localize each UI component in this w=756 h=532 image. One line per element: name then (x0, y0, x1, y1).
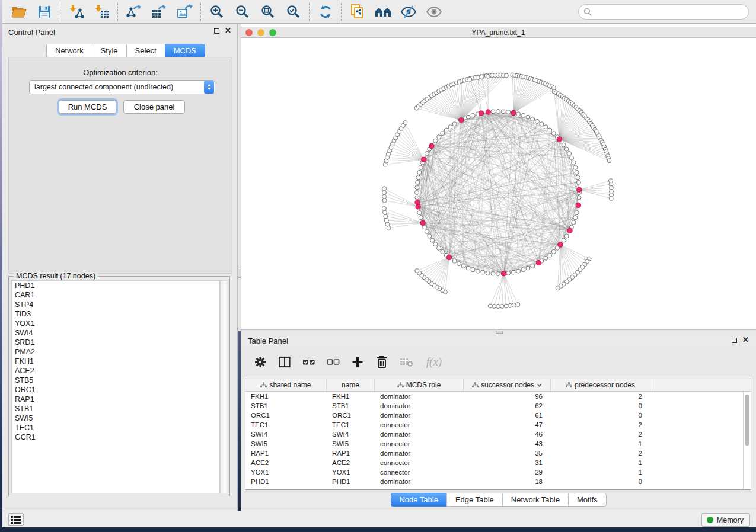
mcds-result-item[interactable]: ACE2 (12, 366, 219, 376)
table-cell[interactable]: SWI5 (245, 439, 327, 448)
table-row[interactable]: PHD1PHD1dominator180 (245, 477, 751, 486)
table-cell[interactable]: SWI4 (245, 430, 327, 439)
tab-network-table[interactable]: Network Table (502, 493, 568, 507)
column-header-successor-nodes[interactable]: successor nodes (464, 379, 551, 391)
table-cell[interactable]: 0 (551, 411, 650, 420)
table-cell[interactable]: 2 (551, 448, 650, 458)
table-cell[interactable]: ACE2 (245, 458, 327, 467)
mcds-result-item[interactable]: CAR1 (12, 290, 219, 300)
table-cell[interactable]: 46 (464, 430, 551, 439)
mcds-result-item[interactable]: YOX1 (12, 319, 219, 328)
memory-button[interactable]: Memory (701, 513, 750, 527)
horizontal-splitter[interactable] (241, 329, 756, 334)
save-session-icon[interactable] (31, 2, 57, 22)
table-cell[interactable]: RAP1 (245, 448, 327, 458)
mcds-result-item[interactable]: SWI4 (12, 328, 219, 338)
tab-style[interactable]: Style (92, 44, 126, 57)
tab-mcds[interactable]: MCDS (165, 44, 205, 57)
mcds-result-item[interactable]: STB1 (12, 404, 219, 414)
table-cell[interactable]: 0 (551, 477, 650, 486)
table-row[interactable]: FKH1FKH1dominator962 (245, 392, 751, 401)
zoom-fit-icon[interactable] (255, 2, 280, 22)
task-history-button[interactable] (8, 513, 24, 526)
mcds-result-item[interactable]: TID3 (12, 309, 219, 319)
import-table-icon[interactable] (89, 2, 114, 22)
table-cell[interactable]: 62 (464, 401, 551, 411)
mcds-result-list[interactable]: PHD1CAR1STP4TID3YOX1SWI4SRD1PMA2FKH1ACE2… (11, 280, 220, 493)
table-cell[interactable]: connector (375, 439, 464, 448)
table-scrollbar[interactable] (743, 392, 751, 489)
import-network-icon[interactable] (63, 2, 89, 22)
table-cell[interactable]: dominator (375, 448, 464, 458)
table-cell[interactable]: 2 (551, 392, 650, 401)
table-cell[interactable]: RAP1 (327, 448, 375, 458)
table-cell[interactable]: 2 (551, 420, 650, 430)
tab-node-table[interactable]: Node Table (390, 493, 446, 507)
mcds-result-item[interactable]: RAP1 (12, 395, 219, 404)
table-row[interactable]: RAP1RAP1dominator352 (245, 448, 751, 458)
open-session-icon[interactable] (6, 2, 31, 22)
export-network-icon[interactable] (121, 2, 146, 22)
table-cell[interactable]: TEC1 (327, 420, 375, 430)
close-panel-icon[interactable]: ✕ (742, 337, 749, 343)
mcds-result-item[interactable]: TEC1 (12, 423, 219, 432)
scrollbar-thumb[interactable] (745, 395, 749, 446)
table-cell[interactable]: SWI4 (327, 430, 375, 439)
criterion-select[interactable]: largest connected component (undirected) (29, 80, 215, 94)
table-cell[interactable]: dominator (375, 411, 464, 420)
show-graphics-details-icon[interactable] (421, 2, 446, 22)
table-options-icon[interactable] (253, 354, 268, 370)
table-cell[interactable]: 0 (551, 401, 650, 411)
mcds-result-item[interactable]: STB5 (12, 376, 219, 385)
table-row[interactable]: TEC1TEC1connector472 (245, 420, 751, 430)
table-cell[interactable]: 2 (551, 430, 650, 439)
table-row[interactable]: YOX1YOX1connector291 (245, 467, 751, 477)
network-canvas[interactable] (241, 37, 756, 329)
table-cell[interactable]: ORC1 (327, 411, 375, 420)
column-header-predecessor-nodes[interactable]: predecessor nodes (551, 379, 650, 391)
table-cell[interactable]: 18 (464, 477, 551, 486)
table-cell[interactable]: STB1 (245, 401, 327, 411)
table-cell[interactable]: STB1 (327, 401, 375, 411)
show-column-icon[interactable] (277, 354, 292, 370)
table-row[interactable]: SWI4SWI4dominator462 (245, 430, 751, 439)
table-row[interactable]: SWI5SWI5connector431 (245, 439, 751, 448)
birds-eye-view-icon[interactable] (370, 2, 395, 22)
table-cell[interactable]: FKH1 (245, 392, 327, 401)
table-cell[interactable]: ORC1 (245, 411, 327, 420)
close-panel-icon[interactable]: ✕ (225, 28, 231, 34)
table-cell[interactable]: 43 (464, 439, 551, 448)
table-cell[interactable]: 35 (464, 448, 551, 458)
table-cell[interactable]: 31 (464, 458, 551, 467)
mcds-result-item[interactable]: PHD1 (12, 281, 219, 290)
table-cell[interactable]: dominator (375, 477, 464, 486)
mcds-result-item[interactable]: FKH1 (12, 357, 219, 366)
zoom-selected-icon[interactable] (280, 2, 306, 22)
table-cell[interactable]: ACE2 (327, 458, 375, 467)
unselect-all-icon[interactable] (326, 354, 341, 370)
tab-network[interactable]: Network (46, 44, 92, 57)
table-row[interactable]: STB1STB1dominator620 (245, 401, 751, 411)
mcds-result-item[interactable]: SRD1 (12, 338, 219, 347)
float-panel-icon[interactable] (214, 28, 219, 34)
table-cell[interactable]: 47 (464, 420, 551, 430)
column-header-MCDS-role[interactable]: MCDS role (375, 379, 464, 391)
add-column-icon[interactable] (350, 354, 365, 370)
column-header-shared-name[interactable]: shared name (245, 379, 327, 391)
mcds-result-item[interactable]: GCR1 (12, 432, 219, 442)
table-cell[interactable]: 1 (551, 467, 650, 477)
export-table-icon[interactable] (146, 2, 172, 22)
table-cell[interactable]: connector (375, 458, 464, 467)
hide-graphics-details-icon[interactable] (395, 2, 421, 22)
close-panel-button[interactable]: Close panel (123, 100, 185, 114)
table-cell[interactable]: YOX1 (327, 467, 375, 477)
table-cell[interactable]: dominator (375, 392, 464, 401)
table-row[interactable]: ORC1ORC1dominator610 (245, 411, 751, 420)
mcds-list-scrollbar[interactable] (220, 280, 227, 493)
column-header-name[interactable]: name (327, 379, 375, 391)
mcds-result-item[interactable]: ORC1 (12, 385, 219, 395)
apply-function-icon[interactable]: f(x) (423, 354, 445, 370)
export-image-icon[interactable] (172, 2, 197, 22)
mcds-result-item[interactable]: SWI5 (12, 414, 219, 423)
table-cell[interactable]: connector (375, 467, 464, 477)
